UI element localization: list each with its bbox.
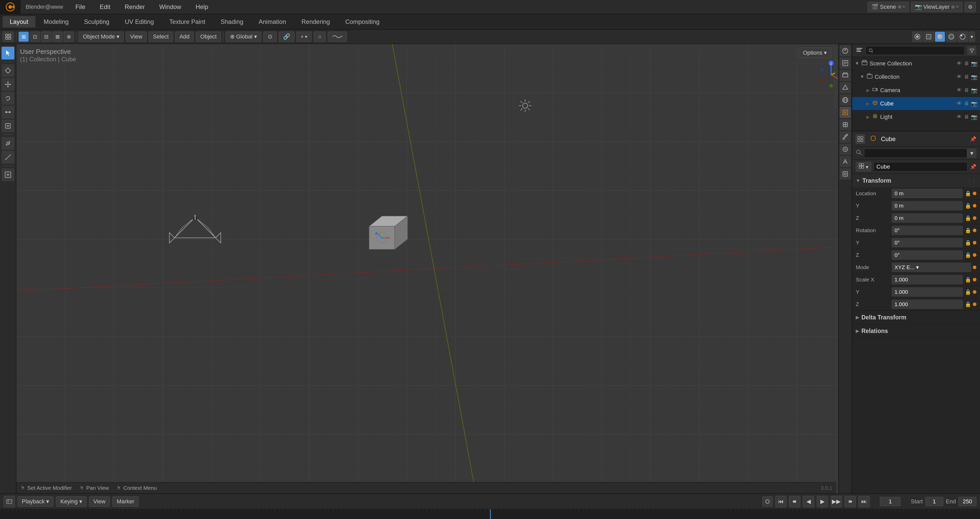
prop-tab-world[interactable] <box>840 94 851 106</box>
timeline-track[interactable] <box>0 509 980 519</box>
location-z-value[interactable]: 0 m <box>892 213 963 223</box>
tool-add-object[interactable] <box>2 168 14 181</box>
location-y-value[interactable]: 0 m <box>892 201 963 210</box>
menu-edit[interactable]: Edit <box>93 0 118 14</box>
col-viewport[interactable]: 🖥 <box>964 74 969 80</box>
menu-window[interactable]: Window <box>152 0 188 14</box>
prop-tab-output[interactable] <box>840 57 851 69</box>
tab-texture-paint[interactable]: Texture Paint <box>162 16 213 27</box>
select-menu[interactable]: Select <box>149 32 173 42</box>
skip-end-btn[interactable]: ⏭ <box>858 496 870 507</box>
relations-section-header[interactable]: ▶ Relations <box>852 324 980 338</box>
view-mode-btn-3[interactable]: ⊟ <box>41 32 51 42</box>
outliner-cube[interactable]: ▶ Cube 👁 🖥 📷 <box>852 97 980 110</box>
viewport-options-btn[interactable]: Options ▾ <box>799 48 831 58</box>
scale-x-value[interactable]: 1.000 <box>892 275 963 284</box>
prop-tab-modifier[interactable] <box>840 119 851 130</box>
scale-y-value[interactable]: 1.000 <box>892 287 963 297</box>
menu-render[interactable]: Render <box>118 0 152 14</box>
tab-rendering[interactable]: Rendering <box>294 16 337 27</box>
tab-shading[interactable]: Shading <box>213 16 251 27</box>
next-frame-btn[interactable]: ▶▶ <box>830 496 842 507</box>
tool-rotate[interactable] <box>2 92 14 105</box>
tab-uv-editing[interactable]: UV Editing <box>118 16 161 27</box>
cube-viewport[interactable]: 🖥 <box>964 100 969 107</box>
viewport-shading-material[interactable] <box>946 32 956 42</box>
prop-tab-particles[interactable] <box>840 131 851 143</box>
sc-render[interactable]: 📷 <box>971 60 977 67</box>
rotation-z-lock[interactable]: 🔒 <box>965 252 971 258</box>
keying-menu[interactable]: Keying ▾ <box>56 497 86 507</box>
col-visible[interactable]: 👁 <box>957 74 962 80</box>
timeline-editor-icon[interactable] <box>3 496 15 507</box>
outliner-light[interactable]: ▶ Light 👁 🖥 📷 <box>852 110 980 124</box>
view-mode-btn-1[interactable]: ⊞ <box>19 32 29 42</box>
snap-btn[interactable]: 🔗 <box>279 32 294 42</box>
timeline-marker-menu[interactable]: Marker <box>113 497 138 507</box>
col-render[interactable]: 📷 <box>971 74 977 80</box>
location-z-lock[interactable]: 🔒 <box>965 215 971 221</box>
transform-options-dots[interactable]: ⋮⋮ <box>967 178 977 183</box>
sc-viewport[interactable]: 🖥 <box>964 60 969 67</box>
scale-y-lock[interactable]: 🔒 <box>965 289 971 295</box>
viewlayer-selector[interactable]: 📷 ViewLayer ⊕× <box>911 2 963 12</box>
prop-search-input[interactable] <box>864 149 967 158</box>
outliner-search-input[interactable] <box>865 46 965 55</box>
viewport-shading-solid[interactable] <box>935 32 945 42</box>
rotation-y-lock[interactable]: 🔒 <box>965 240 971 246</box>
record-btn[interactable] <box>762 497 773 507</box>
rotation-x-lock[interactable]: 🔒 <box>965 227 971 233</box>
light-render[interactable]: 📷 <box>971 114 977 120</box>
obj-type-dropdown[interactable]: ▾ <box>856 162 871 171</box>
prev-frame-btn[interactable]: ◀ <box>803 496 814 507</box>
outliner-editor-icon[interactable] <box>856 46 863 55</box>
location-x-value[interactable]: 0 m <box>892 189 963 198</box>
outliner-collection[interactable]: ▼ Collection 👁 🖥 📷 <box>852 70 980 84</box>
tab-compositing[interactable]: Compositing <box>338 16 387 27</box>
prop-tab-object[interactable] <box>840 107 851 118</box>
tab-layout[interactable]: Layout <box>3 16 35 27</box>
wave-btn[interactable] <box>328 32 347 42</box>
tab-modeling[interactable]: Modeling <box>37 16 76 27</box>
skip-start-btn[interactable]: ⏮ <box>775 496 786 507</box>
tool-scale[interactable] <box>2 106 14 119</box>
cube-render[interactable]: 📷 <box>971 100 977 107</box>
cam-render[interactable]: 📷 <box>971 87 977 94</box>
scale-x-lock[interactable]: 🔒 <box>965 276 971 283</box>
light-visible[interactable]: 👁 <box>957 114 962 120</box>
viewport-shading-dropdown[interactable]: ▾ <box>969 32 975 42</box>
outliner-camera[interactable]: ▶ Camera 👁 🖥 📷 <box>852 84 980 97</box>
sc-visible[interactable]: 👁 <box>957 60 962 67</box>
snap-options[interactable]: ⌖▾ <box>296 32 312 42</box>
tab-animation[interactable]: Animation <box>251 16 293 27</box>
scale-z-value[interactable]: 1.000 <box>892 300 963 309</box>
jump-forward-btn[interactable] <box>845 496 856 507</box>
scale-z-lock[interactable]: 🔒 <box>965 301 971 307</box>
view-menu[interactable]: View <box>126 32 146 42</box>
tool-transform[interactable] <box>2 119 14 132</box>
xray-btn[interactable] <box>924 32 934 42</box>
location-x-lock[interactable]: 🔒 <box>965 190 971 197</box>
timeline-view-menu[interactable]: View <box>89 497 110 507</box>
location-y-lock[interactable]: 🔒 <box>965 203 971 209</box>
proportional-btn[interactable]: ○ <box>313 32 326 42</box>
editor-type-btn[interactable] <box>3 32 14 42</box>
light-viewport[interactable]: 🖥 <box>964 114 969 120</box>
rotation-x-value[interactable]: 0° <box>892 226 963 235</box>
delta-transform-section-header[interactable]: ▶ Delta Transform <box>852 311 980 324</box>
rotation-mode-select[interactable]: XYZ E... ▾ <box>892 263 971 272</box>
tool-annotate[interactable] <box>2 137 14 150</box>
tool-select[interactable] <box>2 47 14 60</box>
view-mode-btn-4[interactable]: ⊠ <box>52 32 63 42</box>
outliner-filter-btn[interactable] <box>967 46 977 55</box>
playback-menu[interactable]: Playback ▾ <box>18 497 53 507</box>
start-frame-input[interactable]: 1 <box>925 497 943 506</box>
menu-file[interactable]: File <box>68 0 93 14</box>
transform-section-header[interactable]: ▼ Transform ⋮⋮ <box>852 174 980 187</box>
viewport-shading-rendered[interactable] <box>958 32 968 42</box>
prop-tab-constraints[interactable] <box>840 156 851 167</box>
menu-help[interactable]: Help <box>188 0 215 14</box>
pivot-btn[interactable]: ⊙ <box>263 32 277 42</box>
obj-name-input[interactable] <box>874 162 967 171</box>
prop-tab-view-layer[interactable] <box>840 70 851 81</box>
